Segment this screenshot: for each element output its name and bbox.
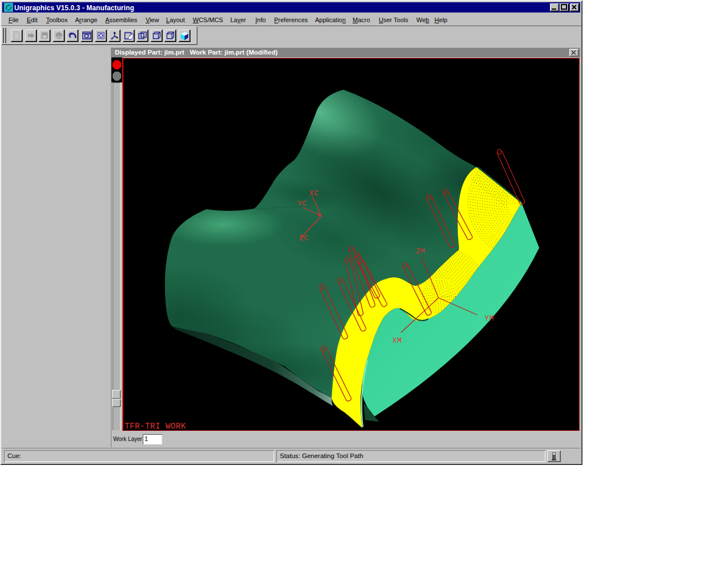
svg-text:XM: XM: [392, 337, 402, 345]
svg-text:TFR-TRI WORK: TFR-TRI WORK: [125, 422, 186, 431]
svg-text:ZC: ZC: [299, 235, 309, 243]
svg-text:ZM: ZM: [416, 248, 425, 256]
svg-text:YC: YC: [297, 200, 307, 208]
svg-text:XC: XC: [309, 190, 319, 198]
svg-text:YM: YM: [485, 315, 494, 323]
